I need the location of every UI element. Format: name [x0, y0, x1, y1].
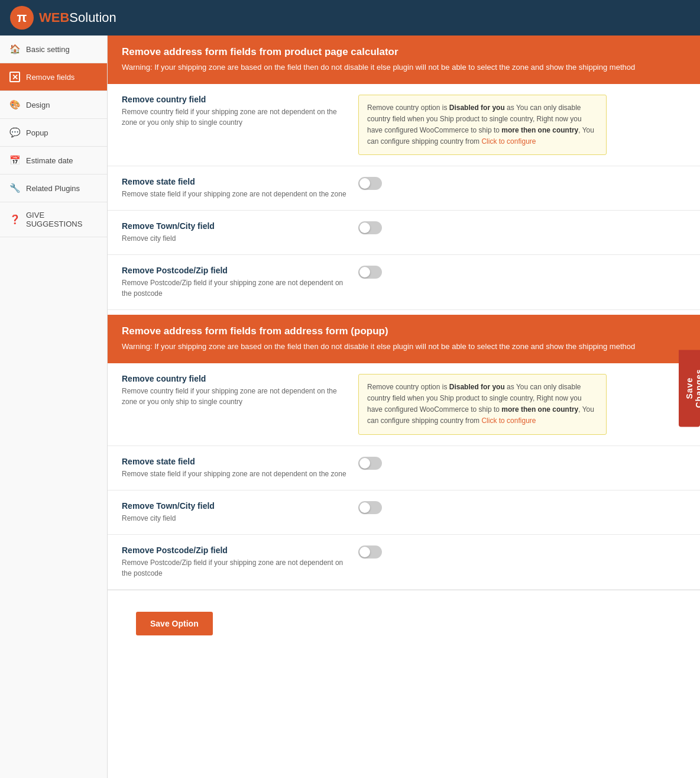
- field-row-country-2: Remove country field Remove country fiel…: [108, 363, 700, 446]
- toggle-postcode-2[interactable]: [358, 545, 382, 559]
- toggle-track: [358, 457, 382, 470]
- sidebar-item-popup[interactable]: 💬 Popup: [0, 119, 107, 147]
- field-town-info-2: Remove Town/City field Remove city field: [122, 501, 346, 524]
- field-postcode-desc-1: Remove Postcode/Zip field if your shippi…: [122, 277, 346, 299]
- help-icon: ❓: [9, 214, 20, 225]
- remove-icon: ✕: [9, 72, 20, 82]
- section2-header: Remove address form fields from address …: [108, 315, 700, 363]
- sidebar-item-remove-fields[interactable]: ✕ Remove fields: [0, 63, 107, 91]
- field-postcode-info-1: Remove Postcode/Zip field Remove Postcod…: [122, 266, 346, 299]
- toggle-track: [358, 545, 382, 559]
- field-row-country-1: Remove country field Remove country fiel…: [108, 84, 700, 167]
- field-country-desc-2: Remove country field if your shipping zo…: [122, 386, 346, 407]
- field-town-label-2: Remove Town/City field: [122, 501, 346, 511]
- field-state-desc-2: Remove state field if your shipping zone…: [122, 469, 346, 479]
- sidebar-item-estimate-date[interactable]: 📅 Estimate date: [0, 147, 107, 175]
- warning-bold1-2: Disabled for you: [449, 383, 505, 391]
- header: π WEBSolution: [0, 0, 700, 35]
- field-postcode-label-1: Remove Postcode/Zip field: [122, 266, 346, 275]
- warning-link-1[interactable]: Click to configure: [481, 137, 536, 146]
- warning-link-2[interactable]: Click to configure: [481, 417, 536, 425]
- warning-box-2: Remove country option is Disabled for yo…: [358, 374, 607, 435]
- toggle-thumb: [359, 222, 370, 233]
- field-postcode-info-2: Remove Postcode/Zip field Remove Postcod…: [122, 545, 346, 579]
- plugin-icon: 🔧: [9, 183, 20, 193]
- save-changes-button[interactable]: Save Changes: [679, 350, 700, 427]
- sidebar: 🏠 Basic setting ✕ Remove fields 🎨 Design…: [0, 35, 108, 778]
- sidebar-item-label: Popup: [26, 128, 48, 137]
- popup-icon: 💬: [9, 127, 20, 138]
- toggle-town-1[interactable]: [358, 221, 382, 234]
- warning-box-1: Remove country option is Disabled for yo…: [358, 95, 607, 156]
- field-country-control-2: Remove country option is Disabled for yo…: [358, 374, 686, 435]
- toggle-thumb: [359, 547, 370, 557]
- warning-bold2: more then one country: [501, 126, 578, 134]
- sidebar-item-label: Remove fields: [26, 73, 74, 82]
- warning-text-start2: Remove country option is: [367, 383, 449, 391]
- section1-warning: Warning: If your shipping zone are based…: [122, 62, 686, 73]
- field-postcode-desc-2: Remove Postcode/Zip field if your shippi…: [122, 557, 346, 579]
- field-country-desc-1: Remove country field if your shipping zo…: [122, 106, 346, 128]
- main-content: Remove address form fields from product …: [108, 35, 700, 778]
- field-town-control-2[interactable]: [358, 501, 686, 514]
- field-town-control-1[interactable]: [358, 221, 686, 234]
- section1-title: Remove address form fields from product …: [122, 46, 686, 58]
- field-town-label-1: Remove Town/City field: [122, 221, 346, 231]
- logo-icon: π: [9, 5, 34, 30]
- field-state-label-2: Remove state field: [122, 457, 346, 466]
- field-town-desc-2: Remove city field: [122, 513, 346, 524]
- toggle-thumb: [359, 267, 370, 277]
- field-country-label-1: Remove country field: [122, 95, 346, 104]
- toggle-thumb: [359, 458, 370, 469]
- field-postcode-control-2[interactable]: [358, 545, 686, 559]
- field-postcode-control-1[interactable]: [358, 266, 686, 279]
- field-row-postcode-1: Remove Postcode/Zip field Remove Postcod…: [108, 255, 700, 310]
- toggle-track: [358, 266, 382, 279]
- logo-text: WEBSolution: [39, 10, 116, 25]
- field-row-town-2: Remove Town/City field Remove city field: [108, 490, 700, 535]
- field-country-info-2: Remove country field Remove country fiel…: [122, 374, 346, 407]
- svg-text:π: π: [17, 10, 27, 25]
- toggle-thumb: [359, 178, 370, 189]
- field-town-desc-1: Remove city field: [122, 233, 346, 244]
- field-country-control-1: Remove country option is Disabled for yo…: [358, 95, 686, 156]
- warning-text-start: Remove country option is: [367, 104, 449, 112]
- design-icon: 🎨: [9, 99, 20, 110]
- sidebar-item-design[interactable]: 🎨 Design: [0, 91, 107, 119]
- home-icon: 🏠: [9, 44, 20, 54]
- warning-bold2-2: more then one country: [501, 405, 578, 414]
- toggle-town-2[interactable]: [358, 501, 382, 514]
- field-state-control-2[interactable]: [358, 457, 686, 470]
- field-state-info-2: Remove state field Remove state field if…: [122, 457, 346, 479]
- sidebar-item-label: Basic setting: [26, 45, 70, 54]
- field-row-postcode-2: Remove Postcode/Zip field Remove Postcod…: [108, 535, 700, 590]
- sidebar-item-label: Estimate date: [26, 156, 73, 165]
- field-country-label-2: Remove country field: [122, 374, 346, 383]
- field-state-control-1[interactable]: [358, 177, 686, 190]
- calendar-icon: 📅: [9, 155, 20, 166]
- field-town-info-1: Remove Town/City field Remove city field: [122, 221, 346, 244]
- field-state-info-1: Remove state field Remove state field if…: [122, 177, 346, 199]
- sidebar-item-basic-setting[interactable]: 🏠 Basic setting: [0, 35, 107, 63]
- section2-warning: Warning: If your shipping zone are based…: [122, 341, 686, 353]
- sidebar-item-give-suggestions[interactable]: ❓ GIVE SUGGESTIONS: [0, 202, 107, 237]
- sidebar-item-related-plugins[interactable]: 🔧 Related Plugins: [0, 175, 107, 202]
- sidebar-item-label: GIVE SUGGESTIONS: [26, 211, 98, 228]
- field-country-info-1: Remove country field Remove country fiel…: [122, 95, 346, 128]
- toggle-state-1[interactable]: [358, 177, 382, 190]
- footer-buttons: Save Option: [108, 590, 700, 657]
- field-row-town-1: Remove Town/City field Remove city field: [108, 211, 700, 255]
- save-option-button[interactable]: Save Option: [136, 612, 213, 635]
- field-state-label-1: Remove state field: [122, 177, 346, 186]
- toggle-thumb: [359, 502, 370, 513]
- toggle-postcode-1[interactable]: [358, 266, 382, 279]
- field-state-desc-1: Remove state field if your shipping zone…: [122, 189, 346, 199]
- field-row-state-2: Remove state field Remove state field if…: [108, 446, 700, 490]
- logo: π WEBSolution: [9, 5, 116, 30]
- field-postcode-label-2: Remove Postcode/Zip field: [122, 545, 346, 555]
- toggle-state-2[interactable]: [358, 457, 382, 470]
- warning-bold1: Disabled for you: [449, 104, 505, 112]
- section1-header: Remove address form fields from product …: [108, 35, 700, 84]
- toggle-track: [358, 501, 382, 514]
- toggle-track: [358, 177, 382, 190]
